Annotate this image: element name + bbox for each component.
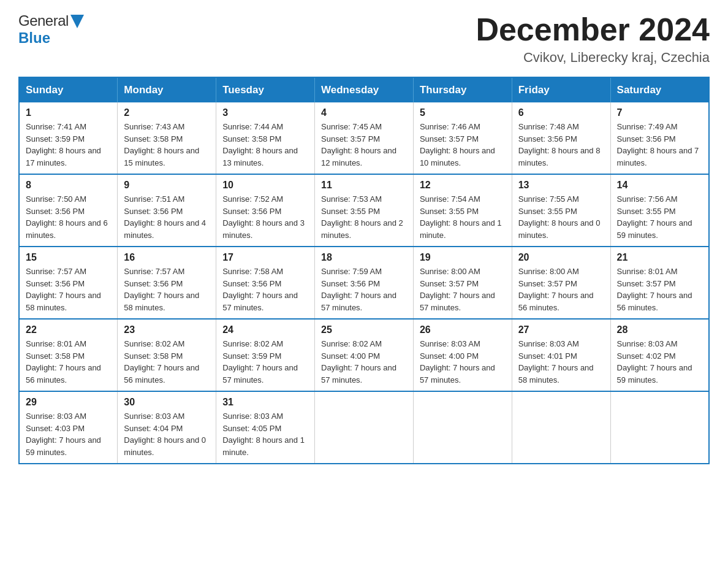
- calendar-cell: 29 Sunrise: 8:03 AM Sunset: 4:03 PM Dayl…: [19, 391, 118, 464]
- day-number: 29: [26, 397, 111, 408]
- day-info: Sunrise: 8:03 AM Sunset: 4:01 PM Dayligh…: [518, 339, 594, 385]
- calendar-cell: 25 Sunrise: 8:02 AM Sunset: 4:00 PM Dayl…: [315, 319, 414, 391]
- day-number: 30: [124, 397, 210, 408]
- calendar-cell: 14 Sunrise: 7:56 AM Sunset: 3:55 PM Dayl…: [610, 174, 709, 247]
- day-info: Sunrise: 7:49 AM Sunset: 3:56 PM Dayligh…: [617, 122, 699, 167]
- day-number: 27: [518, 324, 604, 335]
- day-number: 20: [518, 252, 604, 263]
- calendar-cell: [610, 391, 709, 464]
- day-number: 26: [420, 324, 506, 335]
- day-number: 25: [321, 324, 407, 335]
- day-number: 9: [124, 180, 210, 191]
- day-number: 21: [617, 252, 702, 263]
- day-number: 17: [222, 252, 308, 263]
- calendar-cell: 6 Sunrise: 7:48 AM Sunset: 3:56 PM Dayli…: [512, 102, 610, 174]
- day-info: Sunrise: 7:51 AM Sunset: 3:56 PM Dayligh…: [124, 194, 206, 240]
- logo-icon: [70, 15, 84, 28]
- day-number: 10: [222, 180, 308, 191]
- calendar-week-5: 29 Sunrise: 8:03 AM Sunset: 4:03 PM Dayl…: [19, 391, 709, 464]
- calendar-week-3: 15 Sunrise: 7:57 AM Sunset: 3:56 PM Dayl…: [19, 247, 709, 319]
- day-info: Sunrise: 7:45 AM Sunset: 3:57 PM Dayligh…: [321, 122, 396, 167]
- calendar-cell: 7 Sunrise: 7:49 AM Sunset: 3:56 PM Dayli…: [610, 102, 709, 174]
- day-number: 4: [321, 107, 407, 118]
- day-number: 8: [26, 180, 111, 191]
- calendar-cell: 3 Sunrise: 7:44 AM Sunset: 3:58 PM Dayli…: [216, 102, 315, 174]
- day-number: 31: [222, 397, 308, 408]
- logo-blue-text: Blue: [18, 29, 50, 47]
- day-info: Sunrise: 8:03 AM Sunset: 4:00 PM Dayligh…: [420, 339, 495, 385]
- page-header: General Blue December 2024 Cvikov, Liber…: [18, 12, 710, 66]
- header-tuesday: Tuesday: [216, 77, 315, 102]
- day-number: 7: [617, 107, 702, 118]
- day-number: 28: [617, 324, 702, 335]
- day-info: Sunrise: 7:56 AM Sunset: 3:55 PM Dayligh…: [617, 194, 692, 240]
- day-info: Sunrise: 8:02 AM Sunset: 3:59 PM Dayligh…: [222, 339, 298, 385]
- day-number: 13: [518, 180, 604, 191]
- header-saturday: Saturday: [610, 77, 709, 102]
- day-info: Sunrise: 8:03 AM Sunset: 4:04 PM Dayligh…: [124, 412, 206, 457]
- calendar-cell: 28 Sunrise: 8:03 AM Sunset: 4:02 PM Dayl…: [610, 319, 709, 391]
- calendar-week-4: 22 Sunrise: 8:01 AM Sunset: 3:58 PM Dayl…: [19, 319, 709, 391]
- day-info: Sunrise: 8:03 AM Sunset: 4:03 PM Dayligh…: [26, 412, 101, 457]
- calendar-cell: 24 Sunrise: 8:02 AM Sunset: 3:59 PM Dayl…: [216, 319, 315, 391]
- calendar-cell: 15 Sunrise: 7:57 AM Sunset: 3:56 PM Dayl…: [19, 247, 118, 319]
- day-info: Sunrise: 7:41 AM Sunset: 3:59 PM Dayligh…: [26, 122, 101, 167]
- calendar-cell: 10 Sunrise: 7:52 AM Sunset: 3:56 PM Dayl…: [216, 174, 315, 247]
- day-number: 3: [222, 107, 308, 118]
- title-block: December 2024 Cvikov, Liberecky kraj, Cz…: [476, 12, 710, 66]
- day-number: 15: [26, 252, 111, 263]
- day-info: Sunrise: 7:59 AM Sunset: 3:56 PM Dayligh…: [321, 267, 396, 312]
- calendar-cell: 4 Sunrise: 7:45 AM Sunset: 3:57 PM Dayli…: [315, 102, 414, 174]
- calendar-cell: 1 Sunrise: 7:41 AM Sunset: 3:59 PM Dayli…: [19, 102, 118, 174]
- calendar-cell: 19 Sunrise: 8:00 AM Sunset: 3:57 PM Dayl…: [413, 247, 512, 319]
- calendar-cell: 20 Sunrise: 8:00 AM Sunset: 3:57 PM Dayl…: [512, 247, 610, 319]
- day-info: Sunrise: 7:52 AM Sunset: 3:56 PM Dayligh…: [222, 194, 305, 240]
- calendar-cell: 8 Sunrise: 7:50 AM Sunset: 3:56 PM Dayli…: [19, 174, 118, 247]
- day-number: 14: [617, 180, 702, 191]
- svg-marker-0: [70, 15, 84, 28]
- calendar-cell: 5 Sunrise: 7:46 AM Sunset: 3:57 PM Dayli…: [413, 102, 512, 174]
- header-sunday: Sunday: [19, 77, 118, 102]
- calendar-cell: 31 Sunrise: 8:03 AM Sunset: 4:05 PM Dayl…: [216, 391, 315, 464]
- calendar-cell: [512, 391, 610, 464]
- day-number: 6: [518, 107, 604, 118]
- calendar-cell: 17 Sunrise: 7:58 AM Sunset: 3:56 PM Dayl…: [216, 247, 315, 319]
- day-info: Sunrise: 7:54 AM Sunset: 3:55 PM Dayligh…: [420, 194, 502, 240]
- day-number: 24: [222, 324, 308, 335]
- calendar-cell: 18 Sunrise: 7:59 AM Sunset: 3:56 PM Dayl…: [315, 247, 414, 319]
- month-title: December 2024: [476, 12, 710, 47]
- day-number: 19: [420, 252, 506, 263]
- day-info: Sunrise: 8:03 AM Sunset: 4:02 PM Dayligh…: [617, 339, 692, 385]
- logo: General Blue: [18, 12, 84, 47]
- day-number: 5: [420, 107, 506, 118]
- day-info: Sunrise: 7:50 AM Sunset: 3:56 PM Dayligh…: [26, 194, 108, 240]
- day-info: Sunrise: 8:02 AM Sunset: 4:00 PM Dayligh…: [321, 339, 396, 385]
- logo-general-text: General: [18, 12, 69, 29]
- day-number: 12: [420, 180, 506, 191]
- calendar-cell: 16 Sunrise: 7:57 AM Sunset: 3:56 PM Dayl…: [118, 247, 216, 319]
- day-info: Sunrise: 7:48 AM Sunset: 3:56 PM Dayligh…: [518, 122, 601, 167]
- header-friday: Friday: [512, 77, 610, 102]
- day-info: Sunrise: 8:01 AM Sunset: 3:58 PM Dayligh…: [26, 339, 101, 385]
- day-info: Sunrise: 8:03 AM Sunset: 4:05 PM Dayligh…: [222, 412, 305, 457]
- header-wednesday: Wednesday: [315, 77, 414, 102]
- calendar-cell: [413, 391, 512, 464]
- day-info: Sunrise: 8:00 AM Sunset: 3:57 PM Dayligh…: [518, 267, 594, 312]
- header-monday: Monday: [118, 77, 216, 102]
- day-info: Sunrise: 7:58 AM Sunset: 3:56 PM Dayligh…: [222, 267, 298, 312]
- day-number: 23: [124, 324, 210, 335]
- day-number: 11: [321, 180, 407, 191]
- calendar-cell: 23 Sunrise: 8:02 AM Sunset: 3:58 PM Dayl…: [118, 319, 216, 391]
- calendar-cell: 30 Sunrise: 8:03 AM Sunset: 4:04 PM Dayl…: [118, 391, 216, 464]
- calendar-cell: 21 Sunrise: 8:01 AM Sunset: 3:57 PM Dayl…: [610, 247, 709, 319]
- calendar-cell: 2 Sunrise: 7:43 AM Sunset: 3:58 PM Dayli…: [118, 102, 216, 174]
- day-number: 2: [124, 107, 210, 118]
- day-info: Sunrise: 7:43 AM Sunset: 3:58 PM Dayligh…: [124, 122, 199, 167]
- calendar-week-2: 8 Sunrise: 7:50 AM Sunset: 3:56 PM Dayli…: [19, 174, 709, 247]
- calendar-header: Sunday Monday Tuesday Wednesday Thursday…: [19, 77, 709, 102]
- calendar-cell: 12 Sunrise: 7:54 AM Sunset: 3:55 PM Dayl…: [413, 174, 512, 247]
- calendar-body: 1 Sunrise: 7:41 AM Sunset: 3:59 PM Dayli…: [19, 102, 709, 464]
- day-info: Sunrise: 7:57 AM Sunset: 3:56 PM Dayligh…: [26, 267, 101, 312]
- header-row: Sunday Monday Tuesday Wednesday Thursday…: [19, 77, 709, 102]
- location-subtitle: Cvikov, Liberecky kraj, Czechia: [476, 50, 710, 66]
